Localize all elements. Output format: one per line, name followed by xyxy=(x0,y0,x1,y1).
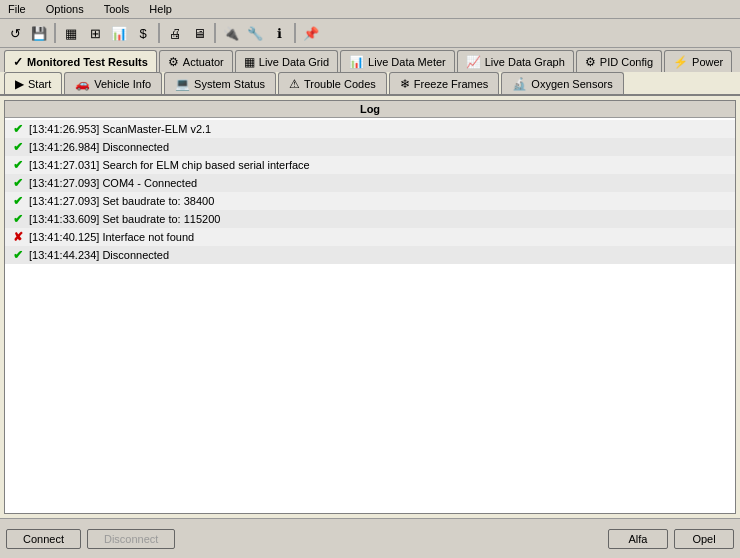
toolbar-btn-grid2[interactable]: ⊞ xyxy=(84,22,106,44)
sub-tab-trouble-codes[interactable]: ⚠ Trouble Codes xyxy=(278,72,387,94)
sub-tab-bar: ▶ Start 🚗 Vehicle Info 💻 System Status ⚠… xyxy=(0,72,740,96)
trouble-codes-icon: ⚠ xyxy=(289,77,300,91)
sub-tab-vehicle-info[interactable]: 🚗 Vehicle Info xyxy=(64,72,162,94)
log-row: ✔[13:41:26.953] ScanMaster-ELM v2.1 xyxy=(5,120,735,138)
oxygen-sensors-icon: 🔬 xyxy=(512,77,527,91)
menu-tools[interactable]: Tools xyxy=(100,2,134,16)
log-row: ✔[13:41:27.031] Search for ELM chip base… xyxy=(5,156,735,174)
system-status-icon: 💻 xyxy=(175,77,190,91)
toolbar-btn-grid[interactable]: ▦ xyxy=(60,22,82,44)
main-tab-live-meter[interactable]: 📊 Live Data Meter xyxy=(340,50,455,72)
alfa-button[interactable]: Alfa xyxy=(608,529,668,549)
status-left: Connect Disconnect xyxy=(6,529,175,549)
pid-config-icon: ⚙ xyxy=(585,55,596,69)
power-icon: ⚡ xyxy=(673,55,688,69)
log-header: Log xyxy=(5,101,735,118)
opel-button[interactable]: Opel xyxy=(674,529,734,549)
log-entry-text: [13:41:44.234] Disconnected xyxy=(29,249,169,261)
ok-icon: ✔ xyxy=(11,212,25,226)
sub-tab-system-status-label: System Status xyxy=(194,78,265,90)
main-content: Log ✔[13:41:26.953] ScanMaster-ELM v2.1✔… xyxy=(0,96,740,518)
sub-tab-start-label: Start xyxy=(28,78,51,90)
toolbar-btn-connect2[interactable]: 🔌 xyxy=(220,22,242,44)
main-tab-live-grid[interactable]: ▦ Live Data Grid xyxy=(235,50,338,72)
log-entry-text: [13:41:27.031] Search for ELM chip based… xyxy=(29,159,310,171)
sub-tab-start[interactable]: ▶ Start xyxy=(4,72,62,94)
main-tab-pid-config-label: PID Config xyxy=(600,56,653,68)
log-row: ✔[13:41:33.609] Set baudrate to: 115200 xyxy=(5,210,735,228)
toolbar-btn-refresh[interactable]: ↺ xyxy=(4,22,26,44)
actuator-icon: ⚙ xyxy=(168,55,179,69)
main-tab-actuator[interactable]: ⚙ Actuator xyxy=(159,50,233,72)
ok-icon: ✔ xyxy=(11,122,25,136)
ok-icon: ✔ xyxy=(11,248,25,262)
disconnect-button[interactable]: Disconnect xyxy=(87,529,175,549)
ok-icon: ✔ xyxy=(11,140,25,154)
toolbar-btn-dollar[interactable]: $ xyxy=(132,22,154,44)
toolbar-btn-wrench[interactable]: 🔧 xyxy=(244,22,266,44)
freeze-frames-icon: ❄ xyxy=(400,77,410,91)
log-entry-text: [13:41:33.609] Set baudrate to: 115200 xyxy=(29,213,220,225)
ok-icon: ✔ xyxy=(11,194,25,208)
main-tab-live-graph[interactable]: 📈 Live Data Graph xyxy=(457,50,574,72)
main-tab-bar: ✓ Monitored Test Results ⚙ Actuator ▦ Li… xyxy=(0,48,740,72)
sub-tab-system-status[interactable]: 💻 System Status xyxy=(164,72,276,94)
connect-button[interactable]: Connect xyxy=(6,529,81,549)
menu-help[interactable]: Help xyxy=(145,2,176,16)
toolbar-btn-save[interactable]: 💾 xyxy=(28,22,50,44)
toolbar-separator-2 xyxy=(158,23,160,43)
log-row: ✔[13:41:27.093] Set baudrate to: 38400 xyxy=(5,192,735,210)
toolbar-separator-4 xyxy=(294,23,296,43)
sub-tab-vehicle-info-label: Vehicle Info xyxy=(94,78,151,90)
toolbar-btn-monitor[interactable]: 🖥 xyxy=(188,22,210,44)
status-right: Alfa Opel xyxy=(608,529,734,549)
toolbar: ↺ 💾 ▦ ⊞ 📊 $ 🖨 🖥 🔌 🔧 ℹ 📌 xyxy=(0,19,740,48)
vehicle-info-icon: 🚗 xyxy=(75,77,90,91)
ok-icon: ✔ xyxy=(11,176,25,190)
log-entry-text: [13:41:26.984] Disconnected xyxy=(29,141,169,153)
log-row: ✔[13:41:26.984] Disconnected xyxy=(5,138,735,156)
sub-tab-oxygen-sensors-label: Oxygen Sensors xyxy=(531,78,612,90)
main-tab-monitored[interactable]: ✓ Monitored Test Results xyxy=(4,50,157,72)
main-tab-pid-config[interactable]: ⚙ PID Config xyxy=(576,50,662,72)
toolbar-btn-info[interactable]: ℹ xyxy=(268,22,290,44)
log-entry-text: [13:41:40.125] Interface not found xyxy=(29,231,194,243)
main-tab-live-grid-label: Live Data Grid xyxy=(259,56,329,68)
live-meter-icon: 📊 xyxy=(349,55,364,69)
status-bar: Connect Disconnect Alfa Opel xyxy=(0,518,740,558)
menu-bar: File Options Tools Help xyxy=(0,0,740,19)
error-icon: ✘ xyxy=(11,230,25,244)
start-icon: ▶ xyxy=(15,77,24,91)
log-row: ✔[13:41:44.234] Disconnected xyxy=(5,246,735,264)
menu-file[interactable]: File xyxy=(4,2,30,16)
live-grid-icon: ▦ xyxy=(244,55,255,69)
log-row: ✔[13:41:27.093] COM4 - Connected xyxy=(5,174,735,192)
sub-tab-oxygen-sensors[interactable]: 🔬 Oxygen Sensors xyxy=(501,72,623,94)
main-tab-actuator-label: Actuator xyxy=(183,56,224,68)
toolbar-btn-print[interactable]: 🖨 xyxy=(164,22,186,44)
toolbar-separator-1 xyxy=(54,23,56,43)
main-tab-power[interactable]: ⚡ Power xyxy=(664,50,732,72)
monitored-icon: ✓ xyxy=(13,55,23,69)
log-panel: Log ✔[13:41:26.953] ScanMaster-ELM v2.1✔… xyxy=(4,100,736,514)
main-tab-live-graph-label: Live Data Graph xyxy=(485,56,565,68)
main-tab-power-label: Power xyxy=(692,56,723,68)
main-tab-monitored-label: Monitored Test Results xyxy=(27,56,148,68)
live-graph-icon: 📈 xyxy=(466,55,481,69)
main-tab-live-meter-label: Live Data Meter xyxy=(368,56,446,68)
sub-tab-trouble-codes-label: Trouble Codes xyxy=(304,78,376,90)
toolbar-btn-chart[interactable]: 📊 xyxy=(108,22,130,44)
log-entry-text: [13:41:27.093] Set baudrate to: 38400 xyxy=(29,195,214,207)
tab-content-start: Log ✔[13:41:26.953] ScanMaster-ELM v2.1✔… xyxy=(0,96,740,518)
log-row: ✘[13:41:40.125] Interface not found xyxy=(5,228,735,246)
ok-icon: ✔ xyxy=(11,158,25,172)
log-body: ✔[13:41:26.953] ScanMaster-ELM v2.1✔[13:… xyxy=(5,118,735,513)
log-entry-text: [13:41:27.093] COM4 - Connected xyxy=(29,177,197,189)
log-entry-text: [13:41:26.953] ScanMaster-ELM v2.1 xyxy=(29,123,211,135)
toolbar-btn-pin[interactable]: 📌 xyxy=(300,22,322,44)
sub-tab-freeze-frames[interactable]: ❄ Freeze Frames xyxy=(389,72,500,94)
menu-options[interactable]: Options xyxy=(42,2,88,16)
toolbar-separator-3 xyxy=(214,23,216,43)
sub-tab-freeze-frames-label: Freeze Frames xyxy=(414,78,489,90)
